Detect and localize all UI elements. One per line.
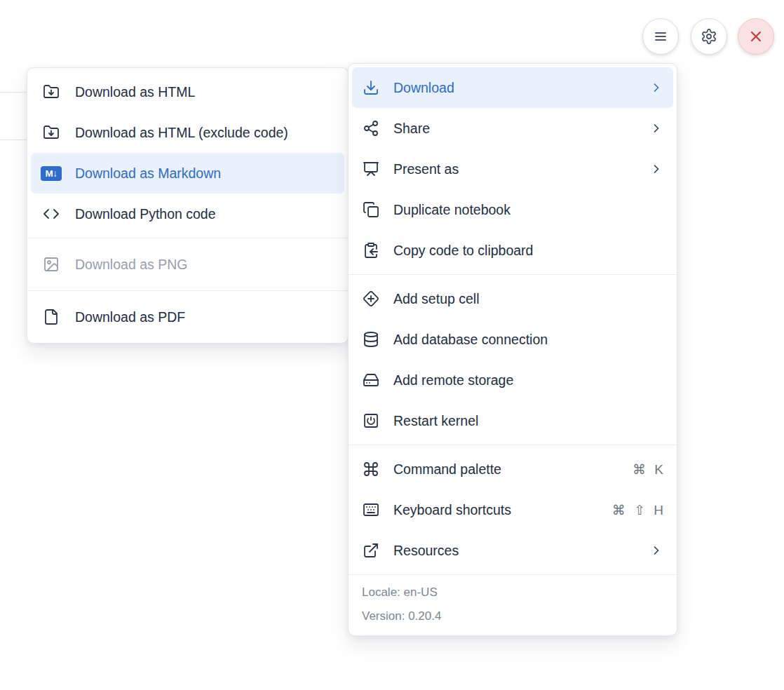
chevron-right-icon (649, 121, 663, 135)
submenu-group: Download as PDF (27, 291, 348, 343)
menu-item-label: Download as PDF (75, 309, 334, 325)
menu-item-restart-kernel[interactable]: Restart kernel (352, 400, 673, 441)
menu-item-label: Download (393, 80, 636, 96)
settings-button[interactable] (691, 18, 727, 55)
menu-item-present-as[interactable]: Present as (352, 149, 673, 189)
file-icon (43, 309, 60, 325)
hard-drive-icon (363, 372, 379, 388)
menu-item-label: Copy code to clipboard (393, 243, 663, 259)
menu-item-copy-code-to-clipboard[interactable]: Copy code to clipboard (352, 230, 673, 271)
menu-item-resources[interactable]: Resources (352, 530, 673, 571)
download-icon (363, 79, 379, 96)
close-icon (748, 28, 764, 45)
background-grid-line (0, 92, 28, 93)
menu-item-download-as-html[interactable]: Download as HTML (31, 72, 344, 112)
locale-text: Locale: en-US (362, 581, 663, 604)
menu-item-download-as-html-exclude-code[interactable]: Download as HTML (exclude code) (31, 112, 344, 153)
power-square-icon (363, 412, 379, 429)
presentation-icon (363, 161, 379, 177)
download-submenu: Download as HTML Download as HTML (exclu… (27, 67, 349, 344)
menu-item-label: Download as HTML (75, 84, 334, 100)
menu-item-download-as-png[interactable]: Download as PNG (31, 244, 344, 285)
menu-item-label: Download Python code (75, 206, 334, 222)
hamburger-icon (652, 28, 669, 45)
menu-item-duplicate-notebook[interactable]: Duplicate notebook (352, 189, 673, 230)
menu-item-label: Add remote storage (393, 372, 663, 388)
menu-item-keyboard-shortcuts[interactable]: Keyboard shortcuts ⌘ ⇧ H (352, 489, 673, 530)
command-icon (363, 461, 379, 478)
menu-group: Command palette ⌘ K Keyboard shortcuts ⌘… (349, 445, 677, 574)
chevron-right-icon (649, 162, 663, 176)
keyboard-icon (363, 501, 379, 518)
menu-item-add-setup-cell[interactable]: Add setup cell (352, 278, 673, 319)
submenu-group: Download as HTML Download as HTML (exclu… (27, 68, 348, 238)
keyboard-shortcut: ⌘ K (633, 461, 663, 478)
menu-footer: Locale: en-US Version: 0.20.4 (349, 575, 677, 635)
menu-item-label: Download as PNG (75, 257, 334, 273)
menu-item-add-database-connection[interactable]: Add database connection (352, 319, 673, 360)
share-icon (363, 120, 379, 137)
diamond-plus-icon (363, 290, 379, 307)
menu-item-label: Add setup cell (393, 291, 663, 307)
menu-item-label: Download as Markdown (75, 165, 334, 182)
menu-item-download-python-code[interactable]: Download Python code (31, 194, 344, 234)
menu-item-download-as-markdown[interactable]: M↓ Download as Markdown (31, 153, 344, 194)
menu-group: Download Share Present as Duplicate note… (349, 64, 677, 274)
hamburger-menu-button[interactable] (642, 18, 679, 55)
markdown-badge-icon: M↓ (41, 166, 62, 181)
menu-item-share[interactable]: Share (352, 108, 673, 149)
background-grid-line (0, 140, 28, 140)
database-icon (363, 331, 379, 348)
close-button[interactable] (738, 18, 774, 55)
menu-item-label: Add database connection (393, 332, 663, 348)
menu-item-download[interactable]: Download (352, 67, 673, 108)
version-text: Version: 0.20.4 (362, 604, 663, 628)
menu-item-label: Duplicate notebook (393, 202, 663, 218)
menu-item-add-remote-storage[interactable]: Add remote storage (352, 360, 673, 400)
gear-icon (701, 28, 717, 45)
code-icon (43, 205, 60, 222)
clipboard-copy-icon (363, 242, 379, 259)
menu-item-label: Command palette (393, 461, 619, 478)
copy-icon (363, 201, 379, 218)
folder-down-icon (43, 83, 60, 100)
menu-item-command-palette[interactable]: Command palette ⌘ K (352, 449, 673, 489)
submenu-group: Download as PNG (27, 238, 348, 290)
menu-item-download-as-pdf[interactable]: Download as PDF (31, 297, 344, 337)
menu-item-label: Keyboard shortcuts (393, 502, 599, 518)
external-link-icon (363, 542, 379, 559)
menu-item-label: Present as (393, 161, 636, 177)
menu-item-label: Download as HTML (exclude code) (75, 125, 334, 141)
chevron-right-icon (649, 81, 663, 95)
menu-item-label: Resources (393, 543, 636, 559)
menu-item-label: Restart kernel (393, 413, 663, 429)
menu-item-label: Share (393, 121, 636, 137)
folder-down-icon (43, 124, 60, 141)
menu-group: Add setup cell Add database connection A… (349, 275, 677, 445)
keyboard-shortcut: ⌘ ⇧ H (612, 502, 663, 518)
chevron-right-icon (649, 543, 663, 557)
notebook-actions-menu: Download Share Present as Duplicate note… (348, 63, 677, 636)
image-icon (43, 256, 60, 273)
